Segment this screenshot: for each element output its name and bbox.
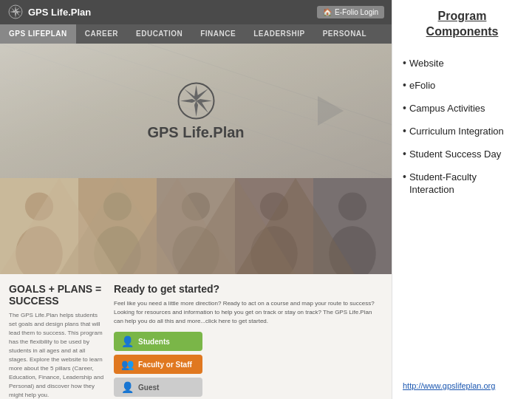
list-item-student-faculty: • Student-Faculty Interaction	[403, 171, 522, 197]
navbar: GPS LIFEPLAN CAREER EDUCATION FINANCE LE…	[0, 24, 392, 44]
components-list: • Website • eFolio • Campus Activities •…	[403, 58, 522, 375]
hero-logo-text: GPS Life.Plan	[147, 124, 244, 141]
bullet-dot: •	[403, 79, 406, 91]
faculty-icon: 👥	[121, 358, 134, 370]
efolio-button[interactable]: 🏠 E-Folio Login	[317, 6, 384, 18]
logo-area: GPS Life.Plan	[7, 4, 91, 20]
svg-point-37	[338, 193, 366, 221]
item-label-student-success: Student Success Day	[409, 149, 501, 161]
svg-marker-21	[184, 101, 197, 114]
person-cell-5	[313, 178, 392, 274]
ready-description: Feel like you need a little more directi…	[114, 299, 383, 326]
nav-career[interactable]: CAREER	[76, 24, 127, 44]
ready-title: Ready to get started?	[114, 283, 383, 295]
nav-finance[interactable]: FINANCE	[191, 24, 245, 44]
item-label-website: Website	[409, 58, 444, 70]
person-cell-2	[78, 178, 157, 274]
students-icon: 👤	[121, 335, 134, 347]
list-item-efolio: • eFolio	[403, 80, 522, 92]
bottom-section: GOALS + PLANS = SUCCESS The GPS Life.Pla…	[0, 274, 392, 399]
nav-personal[interactable]: PERSONAL	[314, 24, 376, 44]
goals-formula: GOALS + PLANS = SUCCESS	[9, 283, 105, 307]
cta-buttons: 👤 Students 👥 Faculty or Staff 👤 Guest	[114, 332, 383, 397]
item-label-student-faculty: Student-Faculty Interaction	[409, 171, 477, 197]
guest-button[interactable]: 👤 Guest	[114, 378, 202, 397]
item-label-efolio: eFolio	[409, 80, 435, 92]
svg-point-28	[103, 193, 132, 221]
guest-icon: 👤	[121, 381, 134, 393]
logo-text: GPS Life.Plan	[28, 7, 91, 18]
topbar: GPS Life.Plan 🏠 E-Folio Login	[0, 0, 392, 24]
list-item-student-success: • Student Success Day	[403, 149, 522, 161]
hero-logo-icon	[176, 81, 216, 121]
bottom-description: The GPS Life.Plan helps students set goa…	[9, 311, 105, 399]
people-row	[0, 178, 392, 274]
svg-marker-23	[318, 96, 344, 126]
right-panel: Program Components • Website • eFolio • …	[392, 0, 532, 399]
hero-logo: GPS Life.Plan	[147, 81, 244, 141]
item-label-curriculum: Curriculum Integration	[409, 126, 504, 138]
gps-mockup: GPS Life.Plan 🏠 E-Folio Login GPS LIFEPL…	[0, 0, 392, 399]
bullet-dot: •	[403, 102, 406, 114]
left-panel: GPS Life.Plan 🏠 E-Folio Login GPS LIFEPL…	[0, 0, 392, 399]
bullet-dot: •	[403, 148, 406, 160]
person-cell-1	[0, 178, 78, 274]
bottom-left: GOALS + PLANS = SUCCESS The GPS Life.Pla…	[9, 283, 105, 390]
nav-gps-lifeplan[interactable]: GPS LIFEPLAN	[0, 24, 76, 44]
svg-point-31	[182, 193, 210, 221]
person-cell-3	[157, 178, 235, 274]
svg-marker-3	[15, 12, 16, 18]
students-button[interactable]: 👤 Students	[114, 332, 202, 351]
hero-section: GPS Life.Plan	[0, 44, 392, 179]
gps-logo-icon	[7, 4, 24, 20]
svg-point-34	[260, 193, 288, 221]
svg-marker-17	[194, 101, 198, 117]
svg-marker-22	[184, 89, 197, 101]
svg-point-25	[25, 193, 53, 221]
bullet-dot: •	[403, 125, 406, 137]
nav-education[interactable]: EDUCATION	[127, 24, 191, 44]
website-link[interactable]: http://www.gpslifeplan.org	[403, 381, 522, 390]
list-item-curriculum: • Curriculum Integration	[403, 126, 522, 138]
list-item-campus: • Campus Activities	[403, 103, 522, 115]
person-cell-4	[235, 178, 313, 274]
panel-title: Program Components	[403, 9, 522, 43]
svg-marker-18	[180, 99, 197, 103]
faculty-button[interactable]: 👥 Faculty or Staff	[114, 355, 202, 374]
bullet-dot: •	[403, 57, 406, 69]
nav-leadership[interactable]: LEADERSHIP	[245, 24, 313, 44]
bullet-dot: •	[403, 171, 406, 183]
play-button[interactable]	[310, 92, 347, 129]
bottom-right: Ready to get started? Feel like you need…	[114, 283, 383, 390]
item-label-campus: Campus Activities	[409, 103, 485, 115]
list-item-website: • Website	[403, 58, 522, 70]
